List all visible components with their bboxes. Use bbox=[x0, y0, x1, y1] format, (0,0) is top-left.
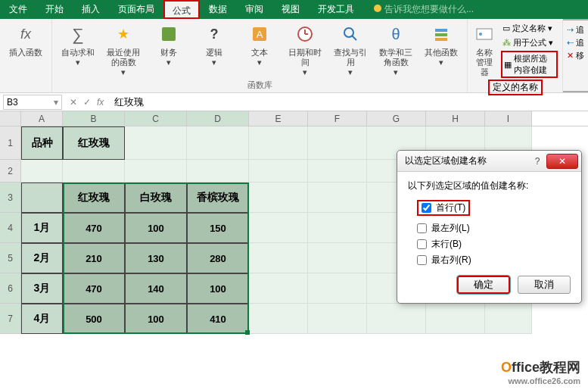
ok-button[interactable]: 确定 bbox=[457, 276, 510, 294]
row-3[interactable]: 3 bbox=[0, 183, 21, 213]
cell-B3[interactable]: 红玫瑰 bbox=[63, 183, 125, 213]
name-manager-button[interactable]: 名称管理器 bbox=[472, 22, 496, 77]
x-icon: ✕ bbox=[567, 51, 574, 61]
tab-dev[interactable]: 开发工具 bbox=[309, 0, 363, 19]
math-button[interactable]: θ数学和三角函数▾ bbox=[376, 22, 415, 77]
cell-A6[interactable]: 3月 bbox=[21, 273, 63, 304]
cancel-button[interactable]: 取消 bbox=[518, 276, 571, 294]
dialog-titlebar[interactable]: 以选定区域创建名称 ? ✕ bbox=[397, 151, 581, 172]
tab-file[interactable]: 文件 bbox=[0, 0, 36, 19]
datetime-button[interactable]: 日期和时间▾ bbox=[285, 22, 325, 77]
left-col-checkbox[interactable]: 最左列(L) bbox=[417, 222, 571, 235]
col-F[interactable]: F bbox=[308, 111, 367, 126]
col-B[interactable]: B bbox=[63, 111, 125, 126]
star-icon: ★ bbox=[111, 22, 135, 46]
dialog-title: 以选定区域创建名称 bbox=[405, 154, 487, 167]
svg-rect-0 bbox=[162, 27, 176, 41]
more-icon bbox=[429, 22, 453, 46]
col-C[interactable]: C bbox=[125, 111, 187, 126]
cell-B7[interactable]: 500 bbox=[63, 304, 125, 334]
text-icon: A bbox=[247, 22, 272, 46]
cell-A3[interactable] bbox=[21, 183, 63, 213]
row-1[interactable]: 1 bbox=[0, 126, 21, 160]
bulb-icon bbox=[374, 5, 381, 12]
tag-icon bbox=[472, 22, 496, 46]
top-row-checkbox[interactable]: 首行(T) bbox=[417, 200, 470, 216]
cell-C3[interactable]: 白玫瑰 bbox=[125, 183, 187, 213]
watermark: Office教程网 www.office26.com bbox=[501, 358, 580, 385]
col-D[interactable]: D bbox=[187, 111, 249, 126]
fx-icon[interactable]: fx bbox=[97, 97, 104, 108]
tab-formula[interactable]: 公式 bbox=[163, 0, 200, 19]
tab-data[interactable]: 数据 bbox=[200, 0, 236, 19]
cell-B1[interactable]: 红玫瑰 bbox=[63, 126, 125, 160]
select-all-corner[interactable] bbox=[0, 111, 21, 126]
svg-point-12 bbox=[479, 33, 482, 36]
clock-icon bbox=[293, 22, 317, 46]
row-4[interactable]: 4 bbox=[0, 213, 21, 243]
col-A[interactable]: A bbox=[21, 111, 63, 126]
cell-B6[interactable]: 470 bbox=[63, 273, 125, 304]
ribbon-tabs: 文件 开始 插入 页面布局 公式 数据 审阅 视图 开发工具 告诉我您想要做什么… bbox=[0, 0, 588, 19]
tab-insert[interactable]: 插入 bbox=[73, 0, 109, 19]
trace-precedents[interactable]: ⇢追 bbox=[566, 23, 585, 36]
theta-icon: θ bbox=[384, 22, 408, 46]
svg-rect-9 bbox=[435, 33, 447, 36]
cell-C5[interactable]: 130 bbox=[125, 243, 187, 273]
col-E[interactable]: E bbox=[249, 111, 308, 126]
cell-A7[interactable]: 4月 bbox=[21, 304, 63, 334]
row-7[interactable]: 7 bbox=[0, 304, 21, 334]
cell-D6[interactable]: 100 bbox=[187, 273, 249, 304]
svg-line-7 bbox=[352, 36, 356, 40]
other-fn-button[interactable]: 其他函数▾ bbox=[422, 22, 461, 67]
cell-D7[interactable]: 410 bbox=[187, 304, 249, 334]
remove-arrows[interactable]: ✕移 bbox=[566, 49, 585, 62]
bottom-row-checkbox[interactable]: 末行(B) bbox=[417, 238, 571, 251]
close-button[interactable]: ✕ bbox=[546, 154, 578, 169]
help-button[interactable]: ? bbox=[528, 156, 546, 167]
create-from-selection-button[interactable]: ▦根据所选内容创建 bbox=[501, 51, 558, 78]
define-name-button[interactable]: ▭定义名称 ▾ bbox=[501, 22, 558, 35]
define-icon: ▭ bbox=[502, 23, 510, 33]
col-I[interactable]: I bbox=[485, 111, 532, 126]
formula-input[interactable] bbox=[110, 96, 241, 108]
trace-dependents[interactable]: ⇠追 bbox=[566, 36, 585, 49]
arrow-icon: ⇠ bbox=[567, 38, 574, 48]
cell-C7[interactable]: 100 bbox=[125, 304, 187, 334]
lookup-button[interactable]: 查找与引用▾ bbox=[331, 22, 370, 77]
row-5[interactable]: 5 bbox=[0, 243, 21, 273]
cell-C4[interactable]: 100 bbox=[125, 213, 187, 243]
autosum-button[interactable]: ∑自动求和▾ bbox=[58, 22, 98, 67]
tab-review[interactable]: 审阅 bbox=[236, 0, 272, 19]
text-button[interactable]: A文本▾ bbox=[240, 22, 279, 67]
row-6[interactable]: 6 bbox=[0, 273, 21, 304]
cell-A5[interactable]: 2月 bbox=[21, 243, 63, 273]
formula-bar: B3▾ ✕ ✓ fx bbox=[0, 93, 588, 111]
insert-function-button[interactable]: fx 插入函数 bbox=[6, 22, 45, 58]
tab-home[interactable]: 开始 bbox=[36, 0, 73, 19]
enter-icon[interactable]: ✓ bbox=[83, 97, 91, 108]
recent-button[interactable]: ★最近使用的函数▾ bbox=[104, 22, 143, 77]
use-in-formula-button[interactable]: ⁂用于公式 ▾ bbox=[501, 36, 558, 49]
cell-D3[interactable]: 香槟玫瑰 bbox=[187, 183, 249, 213]
cell-C6[interactable]: 140 bbox=[125, 273, 187, 304]
row-2[interactable]: 2 bbox=[0, 160, 21, 183]
col-H[interactable]: H bbox=[426, 111, 485, 126]
col-G[interactable]: G bbox=[367, 111, 426, 126]
name-box[interactable]: B3▾ bbox=[3, 95, 62, 110]
logical-button[interactable]: ?逻辑▾ bbox=[194, 22, 234, 67]
cell-B4[interactable]: 470 bbox=[63, 213, 125, 243]
financial-button[interactable]: 财务▾ bbox=[149, 22, 188, 67]
right-col-checkbox[interactable]: 最右列(R) bbox=[417, 254, 571, 267]
cell-D5[interactable]: 280 bbox=[187, 243, 249, 273]
tell-me[interactable]: 告诉我您想要做什么... bbox=[363, 3, 474, 16]
cell-A4[interactable]: 1月 bbox=[21, 213, 63, 243]
cell-D4[interactable]: 150 bbox=[187, 213, 249, 243]
tab-view[interactable]: 视图 bbox=[272, 0, 309, 19]
grid-icon: ▦ bbox=[504, 60, 512, 70]
ribbon-body: fx 插入函数 ∑自动求和▾ ★最近使用的函数▾ 财务▾ ?逻辑▾ A文本▾ 日… bbox=[0, 19, 588, 93]
cancel-icon[interactable]: ✕ bbox=[70, 97, 77, 108]
cell-A1[interactable]: 品种 bbox=[21, 126, 63, 160]
tab-layout[interactable]: 页面布局 bbox=[109, 0, 163, 19]
cell-B5[interactable]: 210 bbox=[63, 243, 125, 273]
